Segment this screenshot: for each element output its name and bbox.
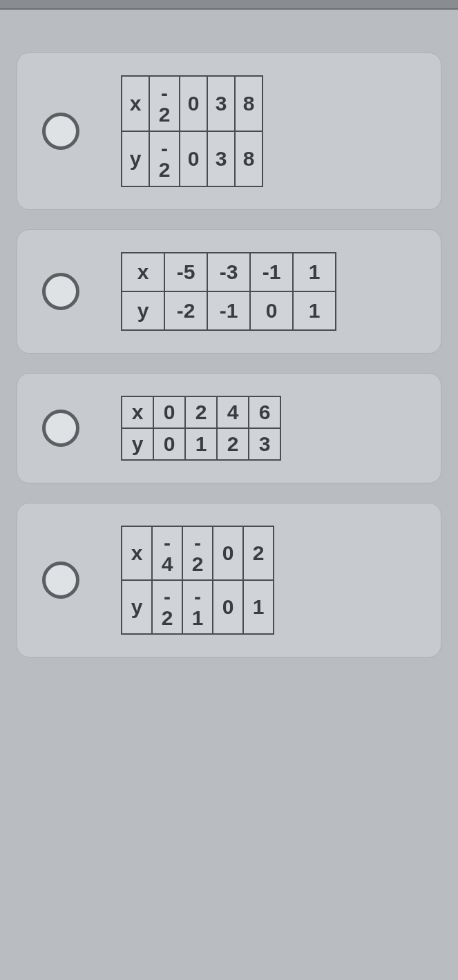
table-cell: 3: [249, 428, 280, 460]
table-cell: -1: [182, 580, 213, 634]
table-cell: -2: [152, 580, 182, 634]
row-label-x: x: [122, 253, 164, 291]
table-cell: 8: [235, 76, 263, 131]
table-cell: -2: [182, 526, 213, 580]
answer-option-b[interactable]: x -5 -3 -1 1 y -2 -1 0 1: [17, 229, 441, 354]
table-row: x -4 -2 0 2: [122, 526, 274, 580]
table-cell: 8: [235, 131, 263, 186]
quiz-options-panel: x -2 0 3 8 y -2 0 3 8 x: [0, 10, 458, 704]
table-wrap-c: x 0 2 4 6 y 0 1 2 3: [121, 396, 421, 461]
row-label-y: y: [122, 131, 149, 186]
table-cell: -2: [164, 291, 207, 330]
table-row: x -5 -3 -1 1: [122, 253, 336, 291]
radio-button-b[interactable]: [42, 273, 79, 310]
table-cell: 3: [207, 131, 235, 186]
row-label-x: x: [122, 396, 153, 428]
table-cell: 2: [217, 428, 249, 460]
table-cell: 0: [153, 428, 185, 460]
table-wrap-d: x -4 -2 0 2 y -2 -1 0 1: [121, 526, 421, 635]
table-cell: -4: [152, 526, 182, 580]
radio-button-a[interactable]: [42, 113, 79, 150]
row-label-x: x: [122, 526, 152, 580]
table-row: x -2 0 3 8: [122, 76, 263, 131]
table-row: y -2 0 3 8: [122, 131, 263, 186]
row-label-y: y: [122, 428, 153, 460]
table-cell: 0: [250, 291, 293, 330]
table-row: x 0 2 4 6: [122, 396, 280, 428]
answer-option-d[interactable]: x -4 -2 0 2 y -2 -1 0 1: [17, 503, 441, 657]
row-label-y: y: [122, 580, 152, 634]
table-cell: 1: [243, 580, 274, 634]
row-label-y: y: [122, 291, 164, 330]
row-label-x: x: [122, 76, 149, 131]
table-cell: -3: [207, 253, 250, 291]
table-row: y 0 1 2 3: [122, 428, 280, 460]
table-cell: -5: [164, 253, 207, 291]
xy-table-b: x -5 -3 -1 1 y -2 -1 0 1: [121, 252, 336, 331]
answer-option-a[interactable]: x -2 0 3 8 y -2 0 3 8: [17, 52, 441, 210]
xy-table-c: x 0 2 4 6 y 0 1 2 3: [121, 396, 281, 461]
table-cell: 0: [213, 526, 243, 580]
table-cell: 6: [249, 396, 280, 428]
radio-button-c[interactable]: [42, 410, 79, 447]
table-cell: 2: [185, 396, 217, 428]
table-cell: -2: [149, 76, 180, 131]
window-top-bar: [0, 0, 458, 10]
table-wrap-a: x -2 0 3 8 y -2 0 3 8: [121, 75, 421, 187]
xy-table-d: x -4 -2 0 2 y -2 -1 0 1: [121, 526, 274, 635]
table-cell: -1: [207, 291, 250, 330]
table-cell: 3: [207, 76, 235, 131]
table-cell: -2: [149, 131, 180, 186]
table-cell: 0: [213, 580, 243, 634]
table-cell: 4: [217, 396, 249, 428]
table-cell: -1: [250, 253, 293, 291]
table-row: y -2 -1 0 1: [122, 291, 336, 330]
table-cell: 1: [293, 253, 336, 291]
xy-table-a: x -2 0 3 8 y -2 0 3 8: [121, 75, 263, 187]
table-cell: 1: [185, 428, 217, 460]
table-wrap-b: x -5 -3 -1 1 y -2 -1 0 1: [121, 252, 421, 331]
radio-button-d[interactable]: [42, 561, 79, 599]
table-cell: 1: [293, 291, 336, 330]
table-cell: 0: [153, 396, 185, 428]
table-cell: 2: [243, 526, 274, 580]
table-cell: 0: [180, 131, 207, 186]
table-cell: 0: [180, 76, 207, 131]
table-row: y -2 -1 0 1: [122, 580, 274, 634]
answer-option-c[interactable]: x 0 2 4 6 y 0 1 2 3: [17, 373, 441, 483]
